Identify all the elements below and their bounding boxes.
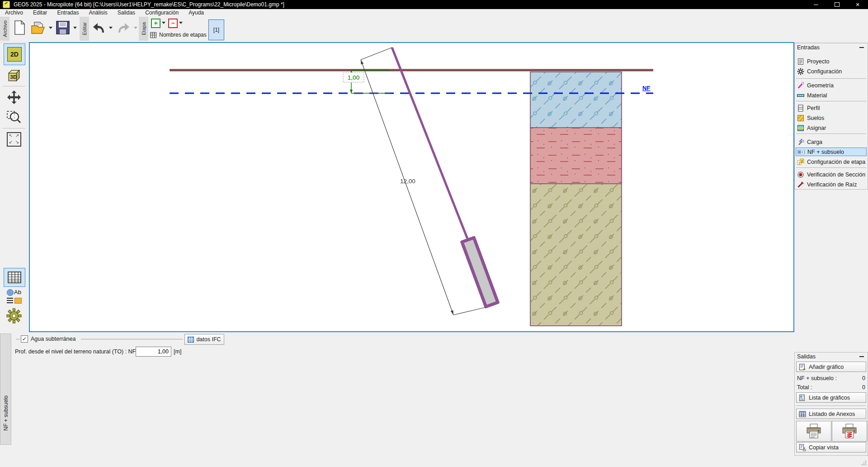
collapse-panel-button[interactable] [859,47,864,48]
fit-view-icon: ↖↗ ↙↘ [7,132,21,147]
sidebar-item-configuracion[interactable]: Configuración [796,67,867,76]
gear-icon [6,308,22,324]
resize-grip[interactable] [861,460,866,465]
groupbox-line [16,339,20,339]
sidebar-item-carga[interactable]: Carga [796,138,867,146]
results-table-button[interactable] [4,268,25,287]
depth-input[interactable] [136,347,171,357]
copy-view-button[interactable]: Copiar vista [796,442,866,453]
menu-editar[interactable]: Editar [28,10,52,16]
collapse-panel-button[interactable] [859,356,864,357]
drawing-canvas[interactable]: NF 1,00 12,00 [30,43,793,331]
new-file-button[interactable] [12,19,27,36]
groundwater-checkbox[interactable]: ✓ [21,335,28,343]
minus-icon: − [171,20,175,27]
save-dropdown-caret[interactable] [73,27,77,29]
view-3d-button[interactable]: 3D [4,67,24,85]
zoom-region-button[interactable] [4,108,24,127]
depth-dimension-label: 1,00 [348,74,359,81]
copy-view-icon [799,444,806,451]
application-window: GEO5 2025 - Micropilote (64 bit) [C:\Use… [0,0,868,467]
menu-configuracion[interactable]: Configuración [140,10,184,16]
redo-dropdown-caret[interactable] [134,27,137,29]
close-button[interactable]: ✕ [847,0,868,9]
save-icon [56,20,70,35]
divider [3,86,25,86]
water-table-label: NF [642,85,650,91]
salidas-header: Salidas [795,353,868,360]
sidebar-item-material[interactable]: Material [796,91,867,100]
annex-list-icon [799,410,806,418]
nf-subsuelo-count: 0 [862,375,865,382]
menu-analisis[interactable]: Análisis [84,10,112,16]
remove-stage-button[interactable]: − [168,19,178,28]
undo-dropdown-caret[interactable] [109,27,113,29]
entradas-header: Entradas [795,43,868,51]
open-file-button[interactable] [31,19,46,36]
menu-entradas[interactable]: Entradas [52,10,84,16]
sidebar-item-nf-subsuelo[interactable]: NF + subsuelo [796,148,867,156]
sidebar-item-verificacion-seccion[interactable]: Verificación de Sección [796,170,867,179]
stage-names-label: Nombres de etapas [159,32,207,38]
3d-cube-icon: 3D [6,68,22,83]
minimize-button[interactable] [806,0,826,9]
graphics-list-button[interactable]: Lista de gráficos [796,392,866,403]
soil-column [530,72,622,326]
vertical-frame-tab[interactable]: NF + subsuelo [0,334,11,445]
svg-text:+: + [803,366,806,371]
undo-button[interactable] [91,19,107,36]
print-selection-button[interactable] [832,421,867,442]
divider [796,405,866,406]
menu-salidas[interactable]: Salidas [113,10,140,16]
printer-icon [805,424,822,439]
printer-marked-icon [841,424,858,439]
fit-view-button[interactable]: ↖↗ ↙↘ [4,130,24,148]
annex-list-button[interactable]: Listado de Anexos [796,409,866,419]
results-table-icon [8,272,21,283]
view-2d-button[interactable]: 2D [4,43,25,65]
redo-button[interactable] [116,19,131,36]
svg-text:3D: 3D [10,74,17,80]
sidebar-item-suelos[interactable]: Suelos [796,114,867,122]
groundwater-label: Agua subterránea [31,336,75,342]
stage-tab-1[interactable]: [1] [208,19,224,40]
micropile-root[interactable] [462,238,498,307]
ifc-table-icon [188,337,194,343]
settings-gear-icon [797,68,804,75]
menu-ayuda[interactable]: Ayuda [184,10,209,16]
sidebar-item-geometria[interactable]: Geometría [796,81,867,90]
micropile-shaft[interactable] [392,48,468,240]
app-icon [3,1,10,8]
maximize-button[interactable] [826,0,847,9]
title-bar: GEO5 2025 - Micropilote (64 bit) [C:\Use… [0,0,868,9]
sidebar-item-asignar[interactable]: Asignar [796,124,867,132]
drawing-area: NF 1,00 12,00 [29,42,794,332]
sidebar-item-proyecto[interactable]: Proyecto [796,57,867,66]
divider [3,128,25,129]
pan-tool-button[interactable] [4,88,24,107]
material-icon [797,92,804,99]
options-button[interactable] [4,307,24,325]
add-stage-button[interactable]: + [151,19,160,28]
add-stage-caret[interactable] [162,22,165,24]
stage-group-label: Etapa [139,17,148,41]
file-group-label: Archivo [0,17,9,41]
sidebar-item-perfil[interactable]: Perfil [796,104,867,112]
stage-names-button[interactable]: Nombres de etapas [150,30,207,39]
sidebar-item-verificacion-raiz[interactable]: Verificación de Raíz [796,180,867,189]
ifc-data-button[interactable]: datos IFC [184,334,224,345]
add-graphic-icon: + [799,363,806,371]
drawing-settings-button[interactable]: Ab [4,288,24,305]
add-graphic-button[interactable]: + Añadir gráfico [796,362,866,372]
save-button[interactable] [55,19,71,36]
window-title: GEO5 2025 - Micropilote (64 bit) [C:\Use… [14,1,284,8]
entradas-panel: Entradas Proyecto Configuración Geometrí… [794,43,868,190]
pan-icon [7,90,21,105]
menu-archivo[interactable]: Archivo [0,10,28,16]
remove-stage-caret[interactable] [179,22,183,24]
open-dropdown-caret[interactable] [49,27,52,29]
root-check-icon [797,181,804,188]
sidebar-item-configuracion-etapa[interactable]: 1 2 Configuración de etapa [796,157,867,166]
main-toolbar: Archivo Editar [0,16,868,43]
print-button[interactable] [796,421,831,442]
